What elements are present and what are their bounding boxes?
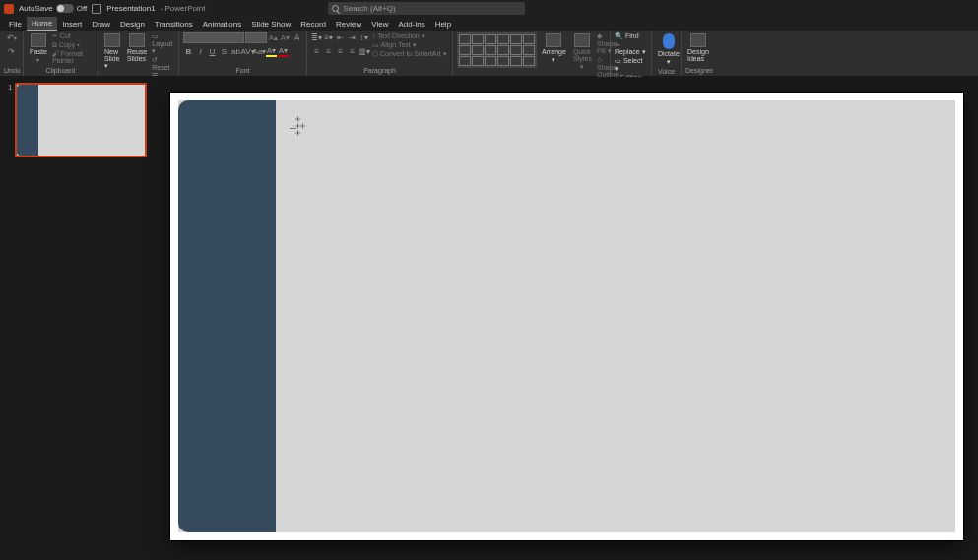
reuse-slides-button[interactable]: Reuse Slides <box>125 32 149 63</box>
align-right-button[interactable]: ≡ <box>335 46 346 57</box>
menu-draw[interactable]: Draw <box>87 18 115 31</box>
menu-animations[interactable]: Animations <box>198 18 247 31</box>
group-label-designer: Designer <box>685 66 711 74</box>
text-cursor-icon: ⁺+⁺⁺⁺ <box>289 118 304 139</box>
numbering-button[interactable]: ≡▾ <box>323 32 334 43</box>
slide-editor[interactable]: ⁺+⁺⁺⁺ <box>155 77 978 560</box>
group-font: A▴ A▾ A̶ B I U S ab AV▾ Aa▾ A▾ A▾ Font <box>179 31 307 76</box>
thumbnail-band <box>17 85 38 156</box>
font-color-button[interactable]: A▾ <box>278 46 289 57</box>
group-label-undo: Undo <box>4 66 19 74</box>
align-text-button[interactable]: ▭ Align Text ▾ <box>372 41 447 49</box>
arrange-button[interactable]: Arrange▾ <box>540 32 568 65</box>
grow-font-button[interactable]: A▴ <box>268 32 279 43</box>
undo-button[interactable]: ↶▾ <box>6 32 17 43</box>
quick-styles-button[interactable]: Quick Styles▾ <box>571 32 594 72</box>
autosave-label: AutoSave <box>19 4 53 13</box>
menu-transitions[interactable]: Transitions <box>150 18 198 31</box>
paste-button[interactable]: Paste▾ <box>28 32 49 64</box>
shapes-gallery[interactable] <box>457 32 537 68</box>
menu-file[interactable]: File <box>4 18 27 31</box>
align-center-button[interactable]: ≡ <box>323 46 334 57</box>
font-size-combo[interactable] <box>245 32 267 43</box>
group-clipboard: Paste▾ ✂ Cut ⧉ Copy ▾ 🖌 Format Painter C… <box>24 31 98 76</box>
app-name: - PowerPoint <box>161 4 206 13</box>
group-editing: 🔍 Find ↔ Replace ▾ ▭ Select ▾ Editing <box>611 31 652 76</box>
search-icon <box>332 5 339 12</box>
menu-insert[interactable]: Insert <box>57 18 87 31</box>
shrink-font-button[interactable]: A▾ <box>280 32 291 43</box>
slide-band-shape[interactable] <box>178 100 276 532</box>
menu-review[interactable]: Review <box>331 18 366 31</box>
dictate-button[interactable]: Dictate▾ <box>656 32 682 67</box>
bold-button[interactable]: B <box>183 46 194 57</box>
copy-button[interactable]: ⧉ Copy ▾ <box>52 41 94 49</box>
shadow-button[interactable]: ab <box>230 46 241 57</box>
app-logo-icon <box>4 4 14 14</box>
group-label-font: Font <box>183 66 302 74</box>
smartart-button[interactable]: ⬡ Convert to SmartArt ▾ <box>372 50 447 58</box>
replace-button[interactable]: ↔ Replace ▾ <box>615 41 647 56</box>
main-area: 1 ⁺+⁺⁺⁺ <box>0 77 978 560</box>
justify-button[interactable]: ≡ <box>347 46 358 57</box>
columns-button[interactable]: ▥▾ <box>359 46 369 57</box>
line-spacing-button[interactable]: ↕▾ <box>359 32 369 43</box>
font-family-combo[interactable] <box>183 32 244 43</box>
format-painter-button[interactable]: 🖌 Format Painter <box>52 50 94 64</box>
group-designer: Design Ideas Designer <box>682 31 715 76</box>
save-icon[interactable] <box>92 4 101 14</box>
spacing-button[interactable]: AV▾ <box>242 46 253 57</box>
case-button[interactable]: Aa▾ <box>254 46 265 57</box>
toggle-icon[interactable] <box>56 4 74 13</box>
group-label-paragraph: Paragraph <box>311 66 448 74</box>
paste-icon <box>31 33 46 47</box>
styles-icon <box>574 33 590 47</box>
menu-bar: File Home Insert Draw Design Transitions… <box>0 17 978 31</box>
text-direction-button[interactable]: ↕ Text Direction ▾ <box>372 32 447 40</box>
redo-button[interactable]: ↷ <box>6 46 17 57</box>
menu-design[interactable]: Design <box>115 18 150 31</box>
search-box[interactable]: Search (Alt+Q) <box>328 2 525 15</box>
arrange-icon <box>546 33 561 47</box>
indent-inc-button[interactable]: ⇥ <box>347 32 358 43</box>
menu-view[interactable]: View <box>366 18 393 31</box>
slide-thumbnail-panel: 1 <box>0 77 155 560</box>
cut-button[interactable]: ✂ Cut <box>52 32 94 40</box>
group-slides: New Slide ▾ Reuse Slides ▭ Layout ▾ ↺ Re… <box>98 31 179 76</box>
menu-addins[interactable]: Add-ins <box>394 18 430 31</box>
group-paragraph: ≣▾ ≡▾ ⇤ ⇥ ↕▾ ≡ ≡ ≡ ≡ ▥▾ ↕ Text Direction… <box>307 31 453 76</box>
new-slide-button[interactable]: New Slide ▾ <box>102 32 122 71</box>
indent-dec-button[interactable]: ⇤ <box>335 32 346 43</box>
underline-button[interactable]: U <box>207 46 218 57</box>
menu-help[interactable]: Help <box>430 18 456 31</box>
autosave-toggle[interactable]: AutoSave Off <box>19 4 87 13</box>
search-placeholder: Search (Alt+Q) <box>343 4 395 13</box>
find-button[interactable]: 🔍 Find <box>615 32 647 40</box>
slide-container: ⁺+⁺⁺⁺ <box>170 93 963 540</box>
group-drawing: Arrange▾ Quick Styles▾ ◆ Shape Fill ▾ ◇ … <box>453 31 611 76</box>
menu-home[interactable]: Home <box>27 17 57 31</box>
slide-thumbnail-1[interactable] <box>15 83 147 157</box>
group-label-voice: Voice <box>656 67 677 75</box>
clear-format-button[interactable]: A̶ <box>292 32 302 43</box>
slide-canvas[interactable]: ⁺+⁺⁺⁺ <box>178 100 955 532</box>
menu-slideshow[interactable]: Slide Show <box>246 18 295 31</box>
ribbon: ↶▾ ↷ Undo Paste▾ ✂ Cut ⧉ Copy ▾ 🖌 Format… <box>0 31 978 77</box>
select-button[interactable]: ▭ Select ▾ <box>615 57 647 73</box>
italic-button[interactable]: I <box>195 46 206 57</box>
align-left-button[interactable]: ≡ <box>311 46 322 57</box>
strike-button[interactable]: S <box>219 46 229 57</box>
menu-record[interactable]: Record <box>295 18 331 31</box>
thumbnail-number: 1 <box>8 83 12 157</box>
title-bar: AutoSave Off Presentation1 - PowerPoint … <box>0 0 978 17</box>
group-label-clipboard: Clipboard <box>28 66 94 74</box>
layout-button[interactable]: ▭ Layout ▾ <box>152 32 174 55</box>
bullets-button[interactable]: ≣▾ <box>311 32 322 43</box>
reset-button[interactable]: ↺ Reset <box>152 56 174 71</box>
document-title[interactable]: Presentation1 <box>106 4 155 13</box>
group-undo: ↶▾ ↷ Undo <box>0 31 24 76</box>
design-ideas-button[interactable]: Design Ideas <box>685 32 711 63</box>
highlight-button[interactable]: A▾ <box>266 46 277 57</box>
reuse-slides-icon <box>129 33 145 47</box>
new-slide-icon <box>104 33 120 47</box>
